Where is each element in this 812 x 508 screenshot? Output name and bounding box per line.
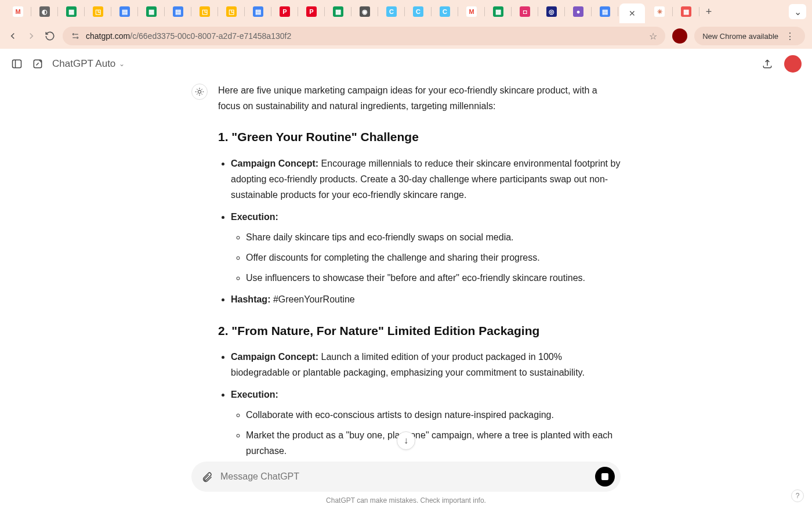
app-icon: ● [573, 6, 583, 17]
forward-button[interactable] [26, 30, 37, 42]
browser-profile-avatar[interactable] [672, 28, 687, 44]
app-topbar: ChatGPT Auto ⌄ [0, 49, 812, 79]
message-input[interactable] [220, 471, 588, 482]
banner-label: New Chrome available [702, 32, 778, 41]
list-item: Use influencers to showcase their "befor… [246, 270, 621, 286]
tab-instagram[interactable]: ◘ [513, 3, 537, 20]
sheets-icon: ▦ [66, 6, 77, 17]
tab-arc[interactable]: ◉ [353, 3, 377, 20]
tab-navy[interactable]: ◎ [539, 3, 564, 20]
list-item: Market the product as a "buy one, plant … [246, 427, 621, 456]
tab-docs-4[interactable]: ▤ [593, 3, 617, 20]
app-icon: ◎ [546, 6, 557, 17]
user-avatar[interactable] [784, 55, 802, 73]
help-button[interactable]: ? [791, 489, 804, 502]
tab-drive-2[interactable]: ◳ [193, 3, 217, 20]
c-icon: C [440, 6, 450, 17]
gmail-icon: M [13, 6, 23, 17]
svg-rect-4 [13, 60, 21, 67]
svg-point-2 [77, 37, 78, 38]
chrome-update-banner[interactable]: New Chrome available ⋮ [694, 27, 805, 45]
sheets-icon: ▦ [493, 6, 503, 17]
new-chat-icon[interactable] [31, 57, 44, 70]
tab-gmail[interactable]: M [6, 3, 30, 20]
tab-sheets-1[interactable]: ▦ [59, 3, 84, 20]
section-2-concept: Campaign Concept: Launch a limited editi… [231, 349, 621, 380]
browser-tabs-strip: M ◐ ▦ ◳ ▤ ▦ ▤ ◳ ◳ ▤ P P ▦ ◉ C C C M ▦ ◘ … [0, 0, 812, 23]
list-item: Offer discounts for completing the chall… [246, 250, 621, 265]
tab-sheets-3[interactable]: ▦ [326, 3, 350, 20]
browser-menu-icon[interactable]: ⋮ [783, 31, 797, 42]
composer[interactable] [191, 462, 621, 492]
arc-icon: ◉ [360, 6, 370, 17]
url-text: chatgpt.com/c/66ed3375-00c0-8007-a2d7-e7… [86, 31, 643, 41]
chevron-down-icon: ⌄ [119, 60, 125, 68]
tab-docs-1[interactable]: ▤ [113, 3, 137, 20]
tabs-dropdown-button[interactable]: ⌄ [789, 4, 806, 19]
stop-button[interactable] [595, 467, 615, 487]
list-item: Collaborate with eco-conscious artists t… [246, 407, 621, 423]
tab-c-1[interactable]: C [379, 3, 404, 20]
tab-docs-2[interactable]: ▤ [166, 3, 190, 20]
section-2-execution: Execution: Collaborate with eco-consciou… [231, 387, 621, 456]
section-2-heading: 2. "From Nature, For Nature" Limited Edi… [218, 320, 621, 341]
assistant-avatar-icon [191, 84, 208, 100]
tab-globe[interactable]: ◐ [32, 3, 57, 20]
attach-icon[interactable] [201, 470, 213, 483]
tab-c-2[interactable]: C [406, 3, 430, 20]
model-picker[interactable]: ChatGPT Auto ⌄ [52, 58, 125, 70]
list-item: Share daily skincare tips and eco-friend… [246, 229, 621, 245]
reload-button[interactable] [44, 30, 56, 42]
docs-icon: ▤ [173, 6, 183, 17]
sidebar-toggle-icon[interactable] [10, 57, 23, 70]
tab-c-3[interactable]: C [433, 3, 457, 20]
pinterest-icon: P [306, 6, 317, 17]
active-tab-chatgpt[interactable]: ✕ [619, 3, 645, 23]
address-bar[interactable]: chatgpt.com/c/66ed3375-00c0-8007-a2d7-e7… [63, 27, 665, 45]
c-icon: C [386, 6, 397, 17]
assistant-message: Here are five unique marketing campaign … [191, 82, 621, 456]
docs-icon: ▤ [253, 6, 263, 17]
svg-point-0 [72, 34, 74, 35]
site-settings-icon[interactable] [71, 31, 80, 41]
help-icon: ? [796, 492, 800, 500]
tab-claude[interactable]: ✳ [647, 3, 672, 20]
tab-drive-3[interactable]: ◳ [219, 3, 244, 20]
tab-gmail-2[interactable]: M [459, 3, 484, 20]
globe-icon: ◐ [39, 6, 50, 17]
arrow-down-icon: ↓ [404, 435, 408, 446]
drive-icon: ◳ [200, 6, 210, 17]
tab-purple[interactable]: ● [566, 3, 590, 20]
model-label: ChatGPT Auto [52, 58, 115, 70]
close-icon[interactable]: ✕ [629, 9, 636, 18]
app-icon: ▦ [681, 6, 691, 17]
back-button[interactable] [7, 30, 19, 42]
tab-pinterest-2[interactable]: P [299, 3, 324, 20]
sheets-icon: ▦ [146, 6, 157, 17]
stop-icon [601, 473, 608, 480]
tab-red-app[interactable]: ▦ [674, 3, 698, 20]
pinterest-icon: P [280, 6, 290, 17]
bookmark-star-icon[interactable]: ☆ [649, 31, 657, 42]
claude-icon: ✳ [654, 6, 665, 17]
chatgpt-app: ChatGPT Auto ⌄ Here are five unique mark… [0, 49, 812, 508]
tab-sheets-2[interactable]: ▦ [139, 3, 164, 20]
gmail-icon: M [466, 6, 477, 17]
section-1-concept: Campaign Concept: Encourage millennials … [231, 156, 621, 203]
tab-docs-3[interactable]: ▤ [246, 3, 270, 20]
new-tab-button[interactable]: + [701, 6, 717, 18]
svg-point-8 [198, 90, 201, 93]
drive-icon: ◳ [226, 6, 237, 17]
chat-thread[interactable]: Here are five unique marketing campaign … [0, 79, 812, 456]
intro-text: Here are five unique marketing campaign … [218, 82, 621, 114]
tab-drive-1[interactable]: ◳ [86, 3, 110, 20]
docs-icon: ▤ [600, 6, 610, 17]
share-icon[interactable] [761, 57, 774, 70]
tab-pinterest-1[interactable]: P [273, 3, 297, 20]
docs-icon: ▤ [119, 6, 130, 17]
assistant-content: Here are five unique marketing campaign … [218, 82, 621, 456]
tab-sheets-4[interactable]: ▦ [486, 3, 510, 20]
section-1-hashtag: Hashtag: #GreenYourRoutine [231, 291, 621, 307]
scroll-to-bottom-button[interactable]: ↓ [397, 431, 415, 450]
c-icon: C [413, 6, 423, 17]
